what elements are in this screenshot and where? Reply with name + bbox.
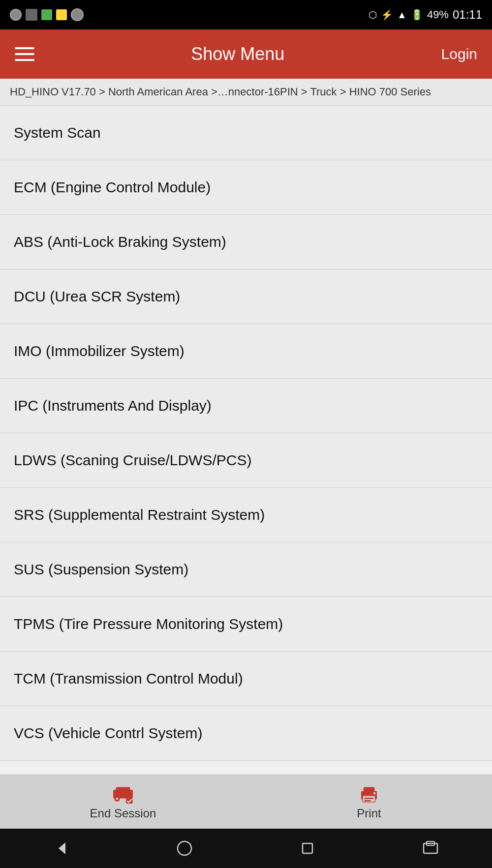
recents-icon [298,838,317,858]
android-nav-bar [0,829,492,868]
menu-item-11[interactable]: VCS (Vehicle Contrl System) [0,706,492,761]
status-bar-right: ⬡ ⚡ ▲ 🔋 49% 01:11 [369,8,482,22]
battery-icon: 🔋 [411,9,423,21]
recents-button[interactable] [298,838,317,858]
svg-rect-10 [364,798,373,799]
home-button[interactable] [175,838,194,858]
svg-point-5 [116,798,119,800]
battery-percent: 49% [427,8,449,21]
print-icon [357,784,381,804]
cast-icon: ⬡ [369,9,377,21]
screenshot-icon [421,838,440,858]
breadcrumb: HD_HINO V17.70 > North American Area >…n… [0,79,492,106]
bluetooth-icon: ⚡ [381,9,393,21]
app-icon-3 [71,8,84,21]
svg-point-12 [373,792,376,794]
menu-item-10[interactable]: TCM (Transmission Control Modul) [0,652,492,706]
screenshot-button[interactable] [421,838,440,858]
menu-item-9[interactable]: TPMS (Tire Pressure Monitoring System) [0,597,492,652]
back-button[interactable] [52,838,71,858]
end-session-label: End Session [90,807,156,820]
menu-item-3[interactable]: DCU (Urea SCR System) [0,269,492,324]
hamburger-line-3 [15,59,34,61]
menu-item-6[interactable]: LDWS (Scaning Cruise/LDWS/PCS) [0,433,492,488]
home-icon [175,838,194,858]
menu-item-8[interactable]: SUS (Suspension System) [0,542,492,597]
app-icon-1 [41,9,52,20]
wifi-icon [10,9,22,21]
menu-item-5[interactable]: IPC (Instruments And Display) [0,379,492,433]
hamburger-line-1 [15,47,34,49]
svg-marker-13 [59,842,65,854]
back-icon [52,838,71,858]
login-button[interactable]: Login [441,46,477,62]
bottom-bar: End Session Print [0,775,492,829]
menu-item-0[interactable]: System Scan [0,106,492,160]
menu-item-4[interactable]: IMO (Immobilizer System) [0,324,492,379]
app-icon-2 [56,9,67,20]
hamburger-menu-button[interactable] [15,47,34,61]
menu-item-2[interactable]: ABS (Anti-Lock Braking System) [0,215,492,269]
nav-title: Show Menu [191,44,284,64]
menu-list: System ScanECM (Engine Control Module)AB… [0,106,492,761]
end-session-icon [111,784,135,804]
breadcrumb-text: HD_HINO V17.70 > North American Area >…n… [10,86,431,98]
status-bar: ⬡ ⚡ ▲ 🔋 49% 01:11 [0,0,492,30]
signal-strength-icon: ▲ [397,9,407,21]
svg-rect-8 [364,787,374,792]
svg-rect-11 [364,800,370,801]
hamburger-line-2 [15,53,34,55]
signal-icon [26,9,37,21]
menu-item-7[interactable]: SRS (Supplemental Restraint System) [0,488,492,542]
end-session-button[interactable]: End Session [74,784,172,820]
status-bar-left [10,8,84,21]
nav-bar: Show Menu Login [0,30,492,79]
svg-rect-1 [116,787,130,792]
svg-point-14 [178,841,191,855]
print-button[interactable]: Print [320,784,418,820]
menu-item-1[interactable]: ECM (Engine Control Module) [0,160,492,215]
svg-rect-15 [303,843,312,853]
print-label: Print [357,807,381,820]
clock: 01:11 [453,8,482,22]
